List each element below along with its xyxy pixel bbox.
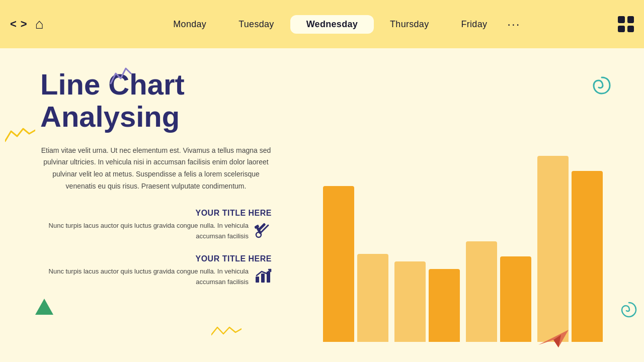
page-title: Line Chart Analysing <box>40 68 272 133</box>
bar-4-1 <box>537 156 569 342</box>
grid-view-button[interactable] <box>618 16 634 32</box>
nav-arrows: < > <box>10 19 27 30</box>
tab-wednesday[interactable]: Wednesday <box>290 15 374 34</box>
more-button[interactable]: ··· <box>507 17 520 31</box>
grid-icon <box>618 16 634 32</box>
bar-1-2 <box>357 254 388 342</box>
right-panel <box>302 48 644 362</box>
section-2: YOUR TITLE HERE Nunc turpis lacus auctor… <box>40 254 272 288</box>
section-1: YOUR TITLE HERE Nunc turpis lacus auctor… <box>40 209 272 242</box>
navbar: < > ⌂ Monday Tuesday Wednesday Thursday … <box>0 0 644 48</box>
tab-friday[interactable]: Friday <box>445 15 503 34</box>
bar-2-2 <box>429 269 460 342</box>
nav-tabs: Monday Tuesday Wednesday Thursday Friday… <box>60 15 618 34</box>
tab-tuesday[interactable]: Tuesday <box>222 15 290 34</box>
home-button[interactable]: ⌂ <box>35 16 44 32</box>
left-panel: Line Chart Analysing Etiam vitae velit u… <box>0 48 302 362</box>
bar-group-1 <box>323 186 388 342</box>
bar-4-2 <box>572 171 603 342</box>
svg-rect-5 <box>256 277 259 283</box>
chart-description: Etiam vitae velit urna. Ut nec elementum… <box>40 145 272 193</box>
tab-monday[interactable]: Monday <box>157 15 222 34</box>
svg-rect-6 <box>261 274 265 283</box>
bar-group-4 <box>537 156 603 342</box>
back-button[interactable]: < <box>10 19 17 30</box>
bar-group-3 <box>466 241 531 342</box>
bar-3-2 <box>500 256 531 342</box>
section-1-text: Nunc turpis lacus auctor quis luctus gra… <box>40 221 249 242</box>
bar-group-2 <box>394 261 460 342</box>
forward-button[interactable]: > <box>21 19 27 30</box>
bar-2-1 <box>394 261 426 342</box>
section-1-title: YOUR TITLE HERE <box>40 209 272 218</box>
tab-thursday[interactable]: Thursday <box>374 15 445 34</box>
bar-1-1 <box>323 186 354 342</box>
bar-3-1 <box>466 241 497 342</box>
section-2-title: YOUR TITLE HERE <box>40 254 272 263</box>
main-content: Line Chart Analysing Etiam vitae velit u… <box>0 48 644 362</box>
chart-icon <box>255 267 272 288</box>
home-icon: ⌂ <box>35 16 44 32</box>
section-2-text: Nunc turpis lacus auctor quis luctus gra… <box>40 266 249 288</box>
bar-chart <box>323 131 603 342</box>
tools-icon <box>255 222 272 242</box>
